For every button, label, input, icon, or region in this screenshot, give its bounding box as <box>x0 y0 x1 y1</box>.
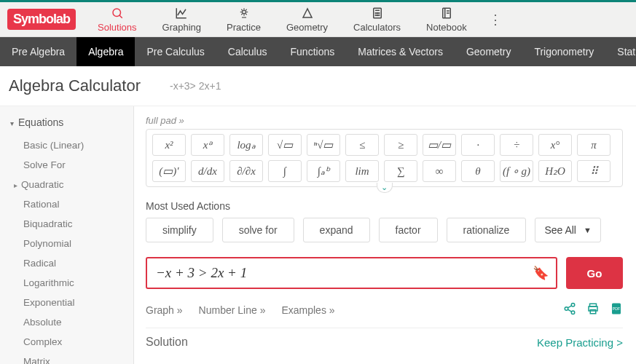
solution-row: Solution Keep Practicing > <box>146 328 623 349</box>
key[interactable]: √▭ <box>268 134 302 156</box>
svg-line-1 <box>119 15 122 18</box>
page-title: Algebra Calculator <box>9 76 141 95</box>
svg-text:PDF: PDF <box>613 306 621 311</box>
subject-calculus[interactable]: Calculus <box>216 37 279 66</box>
topnav-calculators[interactable]: Calculators <box>353 7 401 33</box>
more-menu-icon[interactable]: ⋮ <box>489 12 502 28</box>
expression-input[interactable]: −x + 3 > 2x + 1 🔖 <box>146 257 557 289</box>
topnav-solutions[interactable]: Solutions <box>98 7 136 33</box>
sidebar-item-biquadratic[interactable]: Biquadratic <box>23 214 133 234</box>
svg-point-20 <box>378 15 379 15</box>
go-button[interactable]: Go <box>566 257 623 289</box>
sidebar-item-exponential[interactable]: Exponential <box>23 293 133 312</box>
sidebar-item-rational[interactable]: Rational <box>23 194 133 214</box>
key[interactable]: x² <box>152 134 186 156</box>
sidebar-item-radical[interactable]: Radical <box>23 253 133 273</box>
sidebar-item-logarithmic[interactable]: Logarithmic <box>23 273 133 293</box>
topnav-notebook[interactable]: Notebook <box>426 7 467 33</box>
view-links: Graph » Number Line » Examples » PDF <box>146 302 623 317</box>
keep-practicing-link[interactable]: Keep Practicing > <box>537 336 623 349</box>
see-all-button[interactable]: See All▼ <box>535 218 600 242</box>
topnav-geometry[interactable]: Geometry <box>286 7 328 33</box>
action-simplify[interactable]: simplify <box>146 218 213 242</box>
key[interactable]: d/dx <box>191 160 224 182</box>
subject-geometry[interactable]: Geometry <box>455 37 522 66</box>
pdf-icon[interactable]: PDF <box>610 302 623 317</box>
svg-point-18 <box>375 15 376 15</box>
key[interactable]: ÷ <box>500 134 533 156</box>
print-icon[interactable] <box>586 302 600 317</box>
subject-functions[interactable]: Functions <box>279 37 347 66</box>
numberline-link[interactable]: Number Line » <box>199 304 266 316</box>
svg-point-15 <box>375 12 376 13</box>
keypad-expand-icon[interactable]: ⌄ <box>377 183 393 193</box>
key[interactable]: ∑ <box>384 160 417 182</box>
action-factor[interactable]: factor <box>379 218 438 242</box>
key[interactable]: logₐ <box>229 134 263 156</box>
full-pad-link[interactable]: full pad » <box>146 115 623 126</box>
key[interactable]: xᵃ <box>191 134 224 156</box>
key[interactable]: ∫ₐᵇ <box>307 160 340 182</box>
subject-bar: Pre AlgebraAlgebraPre CalculusCalculusFu… <box>0 37 636 66</box>
svg-point-27 <box>571 311 575 314</box>
key[interactable]: lim <box>345 160 379 182</box>
key[interactable]: ▭/▭ <box>423 134 456 156</box>
sidebar-item-complex[interactable]: Complex <box>23 332 133 352</box>
mua-title: Most Used Actions <box>146 200 623 212</box>
examples-link[interactable]: Examples » <box>281 304 334 316</box>
key[interactable]: ∞ <box>423 160 456 182</box>
most-used-actions: Most Used Actions simplifysolve forexpan… <box>146 200 623 242</box>
svg-line-7 <box>241 9 243 10</box>
key[interactable]: ≥ <box>384 134 417 156</box>
sidebar-item-quadratic[interactable]: Quadratic <box>23 175 133 194</box>
key[interactable]: π <box>577 134 611 156</box>
top-nav: SolutionsGraphingPracticeGeometryCalcula… <box>98 7 467 33</box>
title-expression: -x+3> 2x+1 <box>170 80 221 92</box>
graph-link[interactable]: Graph » <box>146 304 183 316</box>
sidebar: Equations Basic (Linear)Solve ForQuadrat… <box>0 106 134 364</box>
svg-marker-12 <box>303 9 312 17</box>
key[interactable]: x° <box>538 134 572 156</box>
key[interactable]: · <box>461 134 495 156</box>
expression-text: −x + 3 > 2x + 1 <box>156 265 247 281</box>
sidebar-item-solve-for[interactable]: Solve For <box>23 155 133 175</box>
svg-line-28 <box>568 306 571 308</box>
key[interactable]: ⁿ√▭ <box>307 134 340 156</box>
svg-point-25 <box>571 304 575 307</box>
key[interactable]: θ <box>461 160 495 182</box>
title-bar: Algebra Calculator -x+3> 2x+1 <box>0 66 636 106</box>
subject-statistics[interactable]: Statistics <box>605 37 636 66</box>
sidebar-item-matrix[interactable]: Matrix <box>23 352 133 364</box>
subject-algebra[interactable]: Algebra <box>76 37 135 66</box>
sidebar-item-basic-linear-[interactable]: Basic (Linear) <box>23 135 133 155</box>
input-row: −x + 3 > 2x + 1 🔖 Go <box>146 257 623 289</box>
topnav-graphing[interactable]: Graphing <box>162 7 201 33</box>
svg-point-26 <box>565 307 568 311</box>
content-area: full pad » x²xᵃlogₐ√▭ⁿ√▭≤≥▭/▭·÷x°π (▭)′d… <box>134 106 636 364</box>
key[interactable]: ⠿ <box>577 160 611 182</box>
svg-line-10 <box>245 13 246 15</box>
logo[interactable]: Symbolab <box>7 9 76 30</box>
key[interactable]: H₂O <box>538 160 572 182</box>
sidebar-item-absolute[interactable]: Absolute <box>23 312 133 332</box>
subject-matrices-&-vectors[interactable]: Matrices & Vectors <box>346 37 455 66</box>
svg-point-17 <box>378 12 379 13</box>
svg-line-29 <box>568 309 571 312</box>
share-icon[interactable] <box>563 302 576 317</box>
subject-trigonometry[interactable]: Trigonometry <box>522 37 605 66</box>
subject-pre-calculus[interactable]: Pre Calculus <box>135 37 216 66</box>
subject-pre-algebra[interactable]: Pre Algebra <box>0 37 76 66</box>
action-rationalize[interactable]: rationalize <box>447 218 527 242</box>
key[interactable]: (▭)′ <box>152 160 186 182</box>
action-solve-for[interactable]: solve for <box>222 218 294 242</box>
svg-point-2 <box>242 10 246 14</box>
bookmark-icon[interactable]: 🔖 <box>533 265 549 281</box>
key[interactable]: ≤ <box>345 134 379 156</box>
key[interactable]: (f ∘ g) <box>500 160 533 182</box>
sidebar-group-equations[interactable]: Equations <box>10 116 133 128</box>
key[interactable]: ∫ <box>268 160 302 182</box>
topnav-practice[interactable]: Practice <box>227 7 261 33</box>
action-expand[interactable]: expand <box>303 218 370 242</box>
key[interactable]: ∂/∂x <box>229 160 263 182</box>
sidebar-item-polynomial[interactable]: Polynomial <box>23 234 133 253</box>
